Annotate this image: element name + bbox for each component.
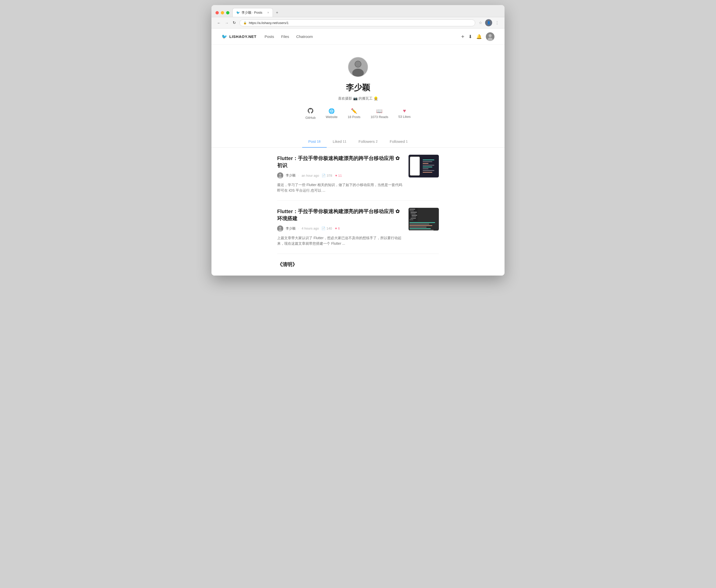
post-time-2: 4 hours ago — [302, 227, 319, 230]
minimize-window-button[interactable] — [221, 11, 224, 15]
ide-main — [409, 221, 439, 231]
post-meta-dot-2: · — [298, 227, 299, 230]
logo-icon: 🐦 — [222, 34, 227, 39]
tab-title: 李少颖 · Posts — [241, 10, 262, 15]
browser-window: 🐦 李少颖 · Posts × + ← → ↻ 🔒 https://a.lish… — [212, 5, 504, 276]
post-title-2[interactable]: Flutter：手拉手带你极速构建漂亮的跨平台移动应用 ✿ 环境搭建 — [277, 208, 404, 222]
new-tab-button[interactable]: + — [273, 8, 281, 17]
website-label: Website — [326, 115, 338, 119]
post-meta-1: 李少颖 · an hour ago 📄 378 ♥ 11 — [277, 172, 404, 178]
post-author-name-2: 李少颖 — [286, 226, 296, 231]
post-excerpt-1: 最近，学习了一些 Flutter 相关的知识，做了如下的小移动应用，当然是一套代… — [277, 182, 404, 193]
posts-container: Flutter：手拉手带你极速构建漂亮的跨平台移动应用 ✿ 初识 李少颖 · a… — [272, 148, 444, 276]
reload-button[interactable]: ↻ — [231, 19, 238, 26]
post-author-avatar-2 — [277, 226, 283, 232]
forward-button[interactable]: → — [223, 19, 230, 26]
post-stats-2: 📄 140 ♥ 6 — [321, 227, 340, 230]
stat-reads[interactable]: 📖 1073 Reads — [371, 108, 388, 120]
site-actions: + ⬇ 🔔 — [461, 33, 494, 41]
browser-titlebar: 🐦 李少颖 · Posts × + — [212, 5, 504, 17]
tab-close-button[interactable]: × — [267, 11, 269, 15]
stat-github[interactable]: GitHub — [305, 108, 316, 120]
reads-icon: 📖 — [376, 108, 383, 114]
user-avatar-button[interactable] — [486, 33, 494, 41]
profile-section: 李少颖 喜欢摄影 📷 的搬瓦工 👷 GitHub 🌐 Website ✏️ 18… — [212, 45, 504, 128]
post-item-2: Flutter：手拉手带你极速构建漂亮的跨平台移动应用 ✿ 环境搭建 李少颖 ·… — [277, 201, 439, 254]
posts-icon: ✏️ — [351, 108, 357, 114]
github-icon — [308, 108, 313, 115]
post-time-1: an hour ago — [302, 174, 319, 177]
post-title-3[interactable]: 《清明》 — [277, 261, 439, 268]
reads-icon-2: 📄 — [321, 227, 325, 230]
stat-website[interactable]: 🌐 Website — [326, 108, 338, 120]
site-nav: Posts Files Chatroom — [264, 35, 313, 39]
reads-label: 1073 Reads — [371, 115, 388, 119]
heart-icon-2: ♥ — [335, 227, 337, 230]
post-thumbnail-2[interactable] — [409, 208, 439, 231]
reads-icon-1: 📄 — [322, 174, 326, 177]
profile-stats: GitHub 🌐 Website ✏️ 18 Posts 📖 1073 Read… — [305, 108, 411, 120]
maximize-window-button[interactable] — [226, 11, 230, 15]
download-button[interactable]: ⬇ — [469, 34, 472, 39]
nav-files[interactable]: Files — [281, 35, 289, 39]
bookmark-button[interactable]: ☆ — [477, 19, 483, 26]
logo-text: LISHAOY.NET — [230, 35, 256, 39]
svg-point-11 — [279, 227, 281, 229]
tab-post[interactable]: Post 18 — [302, 136, 326, 148]
svg-point-8 — [279, 174, 281, 176]
tab-followed-label: Followed — [390, 139, 405, 144]
tab-favicon: 🐦 — [236, 11, 240, 15]
post-likes-1: ♥ 11 — [335, 174, 342, 177]
site-logo[interactable]: 🐦 LISHAOY.NET — [222, 34, 256, 39]
back-button[interactable]: ← — [216, 19, 222, 26]
close-window-button[interactable] — [216, 11, 219, 15]
github-label: GitHub — [305, 116, 316, 120]
nav-posts[interactable]: Posts — [264, 35, 274, 39]
post-meta-2: 李少颖 · 4 hours ago 📄 140 ♥ 6 — [277, 226, 404, 232]
page-content: 🐦 LISHAOY.NET Posts Files Chatroom + ⬇ 🔔 — [212, 28, 504, 276]
svg-point-5 — [352, 69, 364, 77]
post-stats-1: 📄 378 ♥ 11 — [322, 174, 342, 177]
add-post-button[interactable]: + — [461, 34, 464, 40]
code-area — [421, 155, 439, 177]
stat-likes[interactable]: ♥ 53 Likes — [398, 108, 411, 120]
stat-posts[interactable]: ✏️ 18 Posts — [348, 108, 361, 120]
svg-point-6 — [355, 61, 361, 67]
post-content-3: 《清明》 — [277, 261, 439, 272]
window-controls — [216, 11, 230, 15]
profile-name: 李少颖 — [346, 82, 370, 93]
post-title-1[interactable]: Flutter：手拉手带你极速构建漂亮的跨平台移动应用 ✿ 初识 — [277, 155, 404, 169]
tab-bar: 🐦 李少颖 · Posts × + — [216, 8, 500, 17]
tab-followed[interactable]: Followed 1 — [384, 136, 414, 148]
toolbar-right-actions: ☆ 👤 ⋮ — [477, 19, 500, 26]
profile-menu-button[interactable]: 👤 — [485, 19, 492, 26]
likes-icon: ♥ — [403, 108, 406, 114]
nav-chatroom[interactable]: Chatroom — [296, 35, 313, 39]
tab-liked-label: Liked — [333, 139, 342, 144]
tab-followed-count: 1 — [406, 140, 408, 143]
notification-button[interactable]: 🔔 — [476, 34, 482, 39]
post-item-3: 《清明》 — [277, 254, 439, 276]
tab-post-label: Post — [308, 139, 316, 144]
profile-bio: 喜欢摄影 📷 的搬瓦工 👷 — [338, 96, 378, 101]
tab-post-count: 18 — [317, 140, 320, 143]
heart-icon-1: ♥ — [335, 174, 337, 177]
post-likes-2: ♥ 6 — [335, 227, 340, 230]
chrome-menu-button[interactable]: ⋮ — [494, 19, 500, 26]
browser-toolbar: ← → ↻ 🔒 https://a.lishaoy.net/users/1 ☆ … — [212, 17, 504, 28]
phone-mockup — [410, 156, 420, 176]
profile-tabs: Post 18 Liked 11 Followers 2 Followed 1 — [212, 136, 504, 148]
tab-liked[interactable]: Liked 11 — [327, 136, 352, 148]
tab-followers[interactable]: Followers 2 — [352, 136, 384, 148]
svg-point-1 — [489, 34, 492, 37]
thumbnail-image-1 — [409, 155, 439, 177]
posts-label: 18 Posts — [348, 115, 361, 119]
post-thumbnail-1[interactable] — [409, 155, 439, 177]
post-reads-2: 📄 140 — [321, 227, 332, 230]
likes-label: 53 Likes — [398, 115, 411, 119]
address-bar[interactable]: 🔒 https://a.lishaoy.net/users/1 — [239, 19, 475, 26]
thumbnail-image-2 — [409, 208, 439, 231]
active-tab[interactable]: 🐦 李少颖 · Posts × — [233, 8, 273, 17]
secure-icon: 🔒 — [243, 21, 247, 24]
post-reads-1: 📄 378 — [322, 174, 332, 177]
